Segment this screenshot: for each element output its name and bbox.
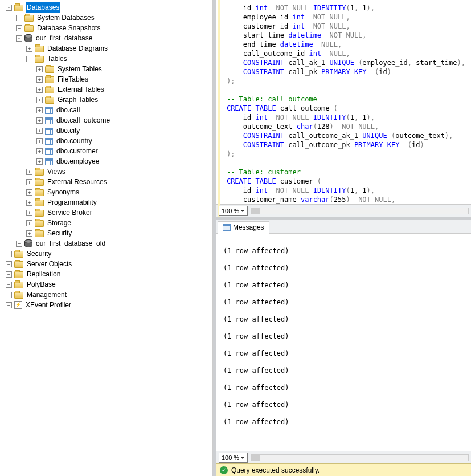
tree-item-databases[interactable]: -Databases [1, 2, 211, 13]
expand-icon[interactable]: + [26, 169, 32, 175]
expand-icon[interactable]: + [36, 66, 43, 72]
tree-item-dbo-call[interactable]: +dbo.call [1, 105, 211, 115]
xevent-icon: ⚡ [14, 301, 22, 309]
tree-item-label: External Resources [46, 177, 108, 187]
messages-pane[interactable]: (1 row affected) (1 row affected) (1 row… [216, 234, 471, 451]
expand-icon[interactable]: + [26, 189, 32, 196]
folder-icon [14, 251, 23, 258]
expand-icon[interactable]: + [36, 158, 43, 165]
expand-icon[interactable]: + [16, 241, 22, 247]
tree-item-polybase[interactable]: +PolyBase [1, 279, 211, 290]
expand-icon[interactable]: + [36, 107, 43, 113]
expand-icon[interactable]: + [6, 271, 12, 278]
expand-icon[interactable]: + [16, 25, 22, 31]
folder-icon [14, 261, 23, 268]
tree-item-dbo-employee[interactable]: +dbo.employee [1, 156, 211, 166]
tree-item-dbo-city[interactable]: +dbo.city [1, 125, 211, 136]
expand-icon[interactable]: + [36, 97, 43, 103]
expand-icon[interactable]: + [26, 230, 32, 237]
editor-zoom-dropdown[interactable]: 100 % [219, 206, 248, 216]
editor-hscroll[interactable] [251, 208, 469, 214]
tree-item-label: Graph Tables [56, 95, 99, 105]
tree-item-label: dbo.call [55, 105, 81, 115]
messages-zoom-dropdown[interactable]: 100 % [219, 453, 248, 463]
expand-icon[interactable]: + [26, 200, 32, 206]
expand-icon[interactable]: + [26, 46, 32, 52]
expand-icon[interactable]: + [26, 179, 32, 185]
tree-item-replication[interactable]: +Replication [1, 269, 211, 279]
tree-item-label: Security [26, 249, 52, 259]
expand-icon[interactable]: + [6, 261, 12, 267]
tree-item-system-tables[interactable]: +System Tables [1, 64, 211, 74]
tree-item-dbo-customer[interactable]: +dbo.customer [1, 146, 211, 156]
collapse-icon[interactable]: - [16, 35, 22, 42]
tree-item-filetables[interactable]: +FileTables [1, 74, 211, 84]
tree-item-label: Security [46, 228, 73, 238]
tab-messages[interactable]: Messages [218, 221, 269, 234]
tree-item-our-first-database-old[interactable]: +our_first_database_old [1, 238, 211, 249]
editor-results-panel: id int NOT NULL IDENTITY(1, 1), employee… [216, 0, 471, 476]
tree-item-label: Programmability [46, 197, 98, 208]
tree-item-label: PolyBase [26, 279, 57, 290]
table-icon [45, 148, 53, 155]
tree-item-database-diagrams[interactable]: +Database Diagrams [1, 43, 211, 54]
tree-item-label: Server Objects [26, 259, 73, 269]
folder-icon [35, 179, 44, 186]
editor-zoom-bar: 100 % [216, 204, 471, 217]
tree-item-database-snapshots[interactable]: +Database Snapshots [1, 23, 211, 33]
folder-icon [35, 56, 44, 63]
tree-item-management[interactable]: +Management [1, 290, 211, 300]
object-explorer-tree[interactable]: -Databases+System Databases+Database Sna… [0, 0, 213, 476]
tree-item-label: dbo.city [55, 125, 81, 136]
expand-icon[interactable]: + [6, 292, 12, 298]
table-icon [45, 158, 53, 165]
tree-item-server-objects[interactable]: +Server Objects [1, 259, 211, 269]
tree-item-storage[interactable]: +Storage [1, 218, 211, 228]
folder-icon [45, 76, 54, 83]
status-bar: ✓ Query executed successfully. [216, 463, 471, 476]
tree-item-external-resources[interactable]: +External Resources [1, 177, 211, 187]
db-icon [24, 34, 32, 42]
expand-icon[interactable]: + [26, 210, 32, 216]
tree-item-label: Databases [26, 2, 60, 13]
table-icon [45, 107, 53, 114]
folder-icon [24, 25, 34, 32]
tree-item-label: our_first_database_old [35, 238, 107, 249]
tree-item-external-tables[interactable]: +External Tables [1, 84, 211, 95]
expand-icon[interactable]: + [36, 138, 43, 144]
expand-icon[interactable]: + [16, 15, 22, 21]
tree-item-service-broker[interactable]: +Service Broker [1, 208, 211, 218]
tree-item-synonyms[interactable]: +Synonyms [1, 187, 211, 197]
messages-zoom-value: 100 % [222, 454, 239, 461]
folder-icon [35, 189, 44, 196]
expand-icon[interactable]: + [36, 128, 43, 134]
tree-item-security[interactable]: +Security [1, 249, 211, 259]
expand-icon[interactable]: + [6, 251, 12, 257]
tree-item-xevent-profiler[interactable]: +⚡XEvent Profiler [1, 300, 211, 310]
collapse-icon[interactable]: - [26, 56, 32, 62]
expand-icon[interactable]: + [36, 76, 43, 83]
expand-icon[interactable]: + [6, 282, 12, 288]
tree-item-views[interactable]: +Views [1, 166, 211, 177]
db-icon [24, 239, 32, 247]
tree-item-dbo-country[interactable]: +dbo.country [1, 136, 211, 146]
folder-icon [35, 210, 44, 217]
tree-item-our-first-database[interactable]: -our_first_database [1, 33, 211, 43]
collapse-icon[interactable]: - [6, 5, 12, 11]
expand-icon[interactable]: + [6, 302, 12, 308]
tree-item-label: dbo.call_outcome [55, 115, 111, 125]
tree-item-dbo-call-outcome[interactable]: +dbo.call_outcome [1, 115, 211, 125]
tree-item-graph-tables[interactable]: +Graph Tables [1, 95, 211, 105]
tree-item-tables[interactable]: -Tables [1, 54, 211, 64]
tree-item-system-databases[interactable]: +System Databases [1, 13, 211, 23]
sql-editor[interactable]: id int NOT NULL IDENTITY(1, 1), employee… [216, 0, 471, 204]
messages-hscroll[interactable] [251, 454, 469, 461]
folder-icon [45, 87, 54, 93]
expand-icon[interactable]: + [36, 87, 43, 93]
editor-zoom-value: 100 % [222, 208, 239, 214]
expand-icon[interactable]: + [36, 148, 43, 154]
expand-icon[interactable]: + [36, 117, 43, 124]
expand-icon[interactable]: + [26, 220, 32, 226]
tree-item-security[interactable]: +Security [1, 228, 211, 238]
tree-item-programmability[interactable]: +Programmability [1, 197, 211, 208]
